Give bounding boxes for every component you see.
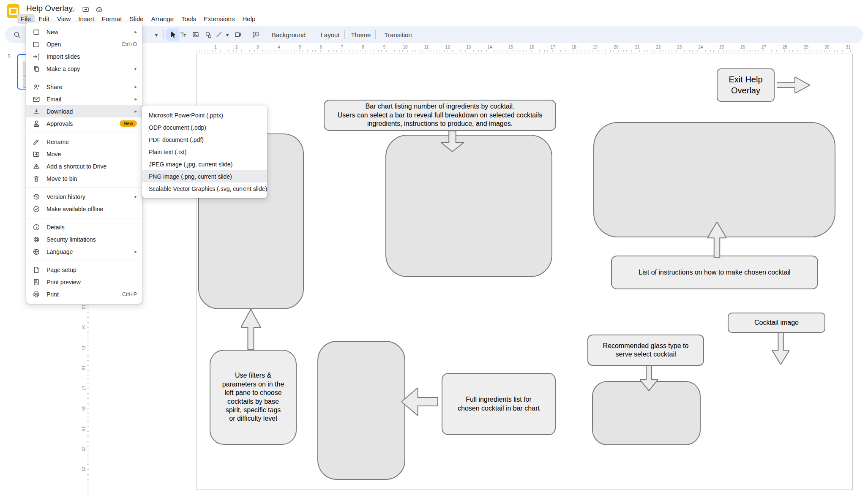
- file-menu-item-language[interactable]: Language▸: [26, 245, 142, 258]
- h-ruler-number: 16: [530, 45, 534, 49]
- download-submenu-item-odp-document-odp-[interactable]: ODP document (.odp): [142, 121, 267, 133]
- insert-shape-button[interactable]: [203, 26, 214, 43]
- file-menu-item-print-preview[interactable]: Print preview: [26, 276, 142, 288]
- submenu-item-label: Plain text (.txt): [149, 149, 186, 155]
- submenu-item-label: Microsoft PowerPoint (.pptx): [149, 112, 223, 119]
- file-menu-item-import-slides[interactable]: Import slides: [26, 50, 142, 63]
- add-comment-button[interactable]: [250, 26, 261, 43]
- download-submenu-item-pdf-document-pdf-[interactable]: PDF document (.pdf): [142, 133, 267, 146]
- h-ruler-number: 11: [424, 45, 429, 49]
- file-menu-item-approvals[interactable]: ApprovalsNew: [26, 117, 142, 130]
- h-ruler-number: 14: [487, 45, 492, 49]
- glass-type-note[interactable]: Recommended glass type to serve select c…: [587, 335, 704, 366]
- textbox-tool-button[interactable]: [177, 26, 188, 43]
- menubar-item-extensions[interactable]: Extensions: [200, 14, 238, 24]
- submenu-item-label: PNG image (.png, current slide): [149, 173, 232, 180]
- instructions-note[interactable]: List of instructions on how to make chos…: [611, 256, 818, 289]
- menu-divider: [26, 133, 142, 133]
- ingredients-list-note[interactable]: Full ingredients list for chosen cocktai…: [442, 373, 556, 435]
- insert-line-button[interactable]: [214, 26, 224, 43]
- file-menu-item-download[interactable]: Download▸: [26, 105, 142, 117]
- submenu-arrow-icon: ▸: [134, 66, 137, 71]
- download-submenu: Microsoft PowerPoint (.pptx)ODP document…: [142, 106, 267, 198]
- insert-video-button[interactable]: [232, 26, 243, 43]
- v-ruler-number: 20: [81, 446, 86, 451]
- bar-chart-note[interactable]: Bar chart listing number of ingredients …: [324, 100, 556, 131]
- download-submenu-item-microsoft-powerpoint-pptx-[interactable]: Microsoft PowerPoint (.pptx): [142, 109, 267, 121]
- file-menu-item-security-limitations[interactable]: Security limitations: [26, 233, 142, 245]
- insert-image-button[interactable]: [190, 26, 201, 43]
- search-icon[interactable]: [11, 26, 23, 43]
- page-setup-icon: [33, 266, 40, 274]
- menubar-item-help[interactable]: Help: [238, 14, 259, 24]
- menu-item-label: Move to bin: [46, 175, 137, 182]
- file-menu-item-share[interactable]: Share▸: [26, 81, 142, 93]
- menu-item-label: Security limitations: [46, 236, 137, 243]
- new-badge: New: [120, 120, 137, 127]
- transition-button[interactable]: Transition: [379, 26, 417, 43]
- file-menu-item-open[interactable]: OpenCtrl+O: [26, 38, 142, 50]
- file-menu-item-new[interactable]: New▸: [26, 26, 142, 38]
- block-arrow-right[interactable]: [777, 77, 810, 93]
- file-menu-item-move-to-bin[interactable]: Move to bin: [26, 172, 142, 185]
- download-submenu-item-png-image-png-current-slide-[interactable]: PNG image (.png, current slide): [142, 170, 267, 182]
- background-button[interactable]: Background: [268, 26, 309, 43]
- h-ruler-number: 24: [698, 45, 703, 49]
- menu-item-label: Share: [46, 84, 129, 90]
- block-arrow-down[interactable]: [772, 333, 789, 365]
- zoom-caret-icon[interactable]: ▾: [151, 26, 161, 43]
- theme-button[interactable]: Theme: [348, 26, 374, 43]
- h-ruler-number: 17: [551, 45, 555, 49]
- file-menu-item-page-setup[interactable]: Page setup: [26, 264, 142, 276]
- download-submenu-item-scalable-vector-graphics-svg-current-slide-[interactable]: Scalable Vector Graphics (.svg, current …: [142, 182, 267, 195]
- file-menu-item-make-available-offline[interactable]: Make available offline: [26, 203, 142, 215]
- exit-help-overlay-note[interactable]: Exit Help Overlay: [717, 68, 775, 102]
- print-preview-icon: [33, 278, 40, 286]
- layout-button[interactable]: Layout: [317, 26, 343, 43]
- flow-rect-left-pane[interactable]: [317, 341, 405, 480]
- file-menu-item-email[interactable]: Email▸: [26, 93, 142, 105]
- move-folder-icon[interactable]: [81, 5, 90, 15]
- menu-item-label: Version history: [46, 193, 129, 200]
- flow-rect-bar-chart-area[interactable]: [385, 135, 552, 277]
- approvals-icon: [33, 120, 40, 128]
- menu-shortcut: Ctrl+O: [122, 41, 137, 47]
- h-ruler-number: 6: [320, 45, 322, 49]
- file-menu-item-move[interactable]: Move: [26, 148, 142, 160]
- folder-open-icon: [33, 41, 40, 48]
- cocktail-image-note[interactable]: Cocktail image: [728, 313, 825, 333]
- h-ruler-number: 18: [572, 45, 576, 49]
- block-arrow-down[interactable]: [441, 131, 464, 152]
- menubar-item-arrange[interactable]: Arrange: [147, 14, 177, 24]
- v-ruler-number: 21: [81, 467, 86, 471]
- filters-note[interactable]: Use filters & parameters on in the left …: [210, 350, 297, 445]
- h-ruler-number: 4: [278, 45, 280, 49]
- flow-rect-detail-view[interactable]: [593, 122, 835, 237]
- file-menu-item-print[interactable]: PrintCtrl+P: [26, 288, 142, 300]
- printer-icon: [33, 291, 40, 298]
- download-submenu-item-jpeg-image-jpg-current-slide-[interactable]: JPEG image (.jpg, current slide): [142, 158, 267, 170]
- line-caret-icon[interactable]: ▾: [224, 26, 231, 43]
- toolbar-divider: [247, 30, 247, 39]
- file-menu-item-add-a-shortcut-to-drive[interactable]: Add a shortcut to Drive: [26, 160, 142, 172]
- file-menu-item-rename[interactable]: Rename: [26, 136, 142, 148]
- v-ruler-number: 17: [81, 386, 86, 390]
- h-ruler-number: 5: [299, 45, 301, 49]
- file-menu-item-make-a-copy[interactable]: Make a copy▸: [26, 63, 142, 75]
- block-arrow-left[interactable]: [401, 388, 438, 416]
- menu-item-label: Details: [46, 224, 137, 231]
- download-submenu-item-plain-text-txt-[interactable]: Plain text (.txt): [142, 146, 267, 158]
- h-ruler-number: 31: [846, 45, 850, 49]
- h-ruler-number: 29: [804, 45, 808, 49]
- document-title[interactable]: Help Overlay: [26, 4, 73, 13]
- file-menu-item-details[interactable]: Details: [26, 221, 142, 233]
- file-menu-item-version-history[interactable]: Version history▸: [26, 190, 142, 203]
- block-arrow-down[interactable]: [640, 366, 658, 391]
- v-ruler-number: 15: [81, 345, 86, 350]
- menubar-item-tools[interactable]: Tools: [177, 14, 200, 24]
- block-arrow-up[interactable]: [241, 309, 261, 350]
- h-ruler-number: 21: [635, 45, 639, 49]
- star-icon[interactable]: ☆: [68, 5, 77, 15]
- import-slides-icon: [33, 53, 40, 60]
- block-arrow-up[interactable]: [707, 222, 726, 258]
